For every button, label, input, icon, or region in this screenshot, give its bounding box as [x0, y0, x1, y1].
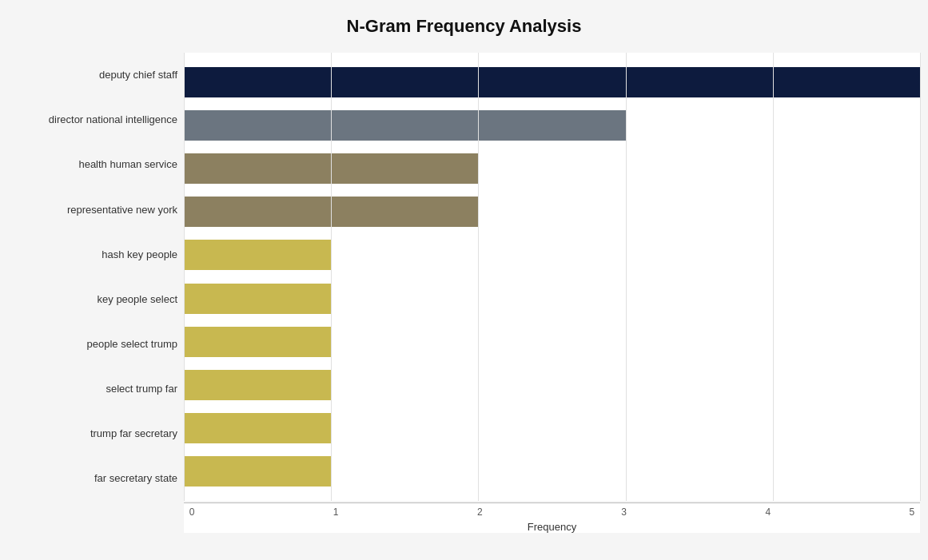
bar-row	[184, 105, 920, 145]
x-tick-label: 4	[760, 506, 776, 518]
bar-row	[184, 235, 920, 275]
y-axis-label: director national intelligence	[49, 97, 177, 142]
x-tick-label: 2	[472, 506, 488, 518]
bottom-section: 012345Frequency	[8, 502, 920, 533]
bar	[184, 327, 331, 357]
bar-row	[184, 279, 920, 319]
chart-area: deputy chief staffdirector national inte…	[8, 53, 920, 501]
chart-container: N-Gram Frequency Analysis deputy chief s…	[0, 0, 928, 560]
bar-row	[184, 149, 920, 189]
y-axis-label: trump far secretary	[90, 411, 177, 456]
x-axis-title: Frequency	[184, 521, 920, 533]
bar-row	[184, 451, 920, 491]
bar	[184, 67, 920, 97]
bar-row	[184, 365, 920, 405]
x-tick-label: 1	[328, 506, 344, 518]
y-axis-label: health human service	[78, 142, 177, 187]
bar-row	[184, 62, 920, 102]
y-axis-label: representative new york	[67, 187, 177, 232]
bar	[184, 370, 331, 400]
y-axis-label: hash key people	[102, 232, 177, 276]
x-tick-label: 5	[904, 506, 920, 518]
bar	[184, 240, 331, 270]
bar	[184, 153, 478, 184]
y-axis-label: key people select	[98, 276, 177, 321]
y-axis-label: deputy chief staff	[99, 53, 177, 97]
x-tick-label: 3	[616, 506, 632, 518]
y-axis-label: far secretary state	[94, 456, 177, 501]
grid-line	[920, 53, 921, 501]
x-axis-ticks: 012345	[184, 502, 920, 518]
bar-row	[184, 322, 920, 362]
x-axis: 012345Frequency	[184, 502, 920, 533]
x-tick-label: 0	[184, 506, 200, 518]
bar-row	[184, 192, 920, 232]
bar	[184, 413, 331, 443]
bar	[184, 284, 331, 314]
y-axis: deputy chief staffdirector national inte…	[8, 53, 184, 501]
plot-area	[184, 53, 920, 501]
bar	[184, 456, 331, 487]
chart-title: N-Gram Frequency Analysis	[8, 16, 920, 37]
bars-container	[184, 53, 920, 501]
bar	[184, 197, 478, 227]
bar-row	[184, 408, 920, 448]
y-axis-label: people select trump	[87, 322, 177, 367]
y-axis-label: select trump far	[106, 367, 177, 411]
bar	[184, 110, 626, 141]
